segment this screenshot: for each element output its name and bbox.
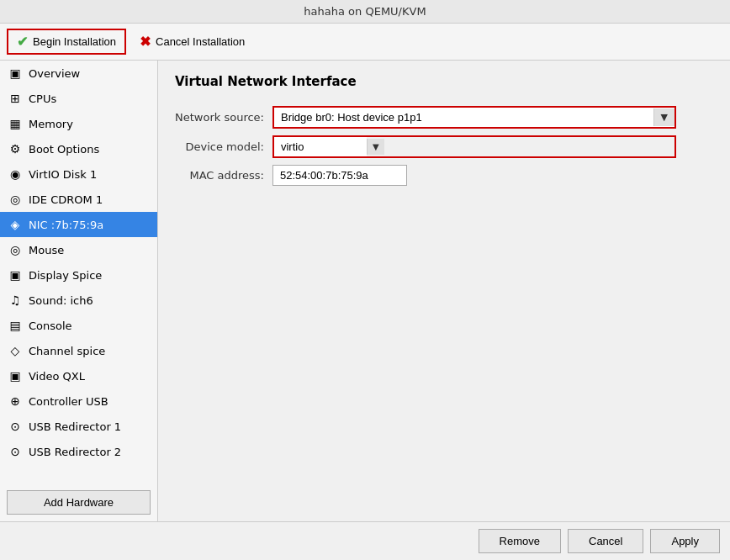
titlebar-text: hahaha on QEMU/KVM (304, 5, 426, 18)
sidebar-item-channel-spice[interactable]: ◇Channel spice (0, 338, 157, 363)
device-model-value: ▼ (272, 132, 676, 161)
content-area: Virtual Network Interface Network source… (158, 61, 730, 521)
sidebar-item-console[interactable]: ▤Console (0, 313, 157, 338)
sidebar-item-label-overview: Overview (29, 67, 80, 80)
device-model-dropdown-button[interactable]: ▼ (367, 139, 384, 155)
cancel-installation-button[interactable]: ✖ Cancel Installation (140, 34, 245, 50)
display-spice-icon: ▣ (7, 267, 24, 283)
begin-installation-label: Begin Installation (33, 35, 116, 48)
usb-redirector-1-icon: ⊙ (7, 418, 24, 435)
memory-icon: ▦ (7, 115, 24, 132)
bottom-bar: Remove Cancel Apply (0, 521, 730, 560)
device-model-row: Device model: ▼ (175, 132, 676, 161)
virtio-disk-icon: ◉ (7, 166, 24, 182)
sidebar-item-ide-cdrom[interactable]: ◎IDE CDROM 1 (0, 187, 157, 212)
sidebar-item-sound[interactable]: ♫Sound: ich6 (0, 288, 157, 313)
begin-installation-button[interactable]: ✔ Begin Installation (7, 29, 126, 55)
network-source-label: Network source: (175, 103, 272, 132)
device-model-input[interactable] (274, 137, 367, 156)
console-icon: ▤ (7, 317, 24, 334)
nic-icon: ◈ (7, 216, 24, 233)
sidebar-item-label-usb-redirector-1: USB Redirector 1 (29, 420, 121, 433)
section-title: Virtual Network Interface (175, 74, 713, 89)
x-icon: ✖ (140, 34, 151, 50)
sidebar-item-label-channel-spice: Channel spice (29, 345, 105, 357)
sidebar-item-label-display-spice: Display Spice (29, 269, 102, 282)
cancel-label: Cancel (589, 535, 622, 547)
add-hardware-label: Add Hardware (44, 496, 114, 509)
cancel-installation-label: Cancel Installation (156, 35, 245, 48)
network-source-value: ▼ (272, 103, 676, 132)
sidebar-item-display-spice[interactable]: ▣Display Spice (0, 262, 157, 288)
mouse-icon: ◎ (7, 241, 24, 258)
mac-address-row: MAC address: (175, 161, 676, 189)
cancel-button[interactable]: Cancel (568, 529, 643, 553)
controller-usb-icon: ⊕ (7, 393, 24, 409)
sidebar-item-nic[interactable]: ◈NIC :7b:75:9a (0, 212, 157, 237)
sidebar-item-label-video-qxl: Video QXL (29, 370, 85, 383)
network-source-dropdown-arrow[interactable]: ▼ (653, 108, 674, 126)
sidebar-item-usb-redirector-1[interactable]: ⊙USB Redirector 1 (0, 414, 157, 439)
titlebar: hahaha on QEMU/KVM (0, 0, 730, 24)
sidebar-item-usb-redirector-2[interactable]: ⊙USB Redirector 2 (0, 439, 157, 464)
apply-label: Apply (671, 535, 699, 547)
network-source-wrapper: ▼ (272, 106, 676, 129)
network-source-input[interactable] (274, 108, 653, 127)
remove-button[interactable]: Remove (479, 529, 561, 553)
sidebar-item-label-mouse: Mouse (29, 244, 64, 256)
apply-button[interactable]: Apply (650, 529, 720, 553)
sidebar-list: ▣Overview⊞CPUs▦Memory⚙Boot Options◉VirtI… (0, 61, 157, 483)
sidebar-item-label-console: Console (29, 320, 72, 332)
mac-address-input[interactable] (272, 165, 407, 186)
add-hardware-button[interactable]: Add Hardware (7, 490, 151, 515)
sidebar: ▣Overview⊞CPUs▦Memory⚙Boot Options◉VirtI… (0, 61, 158, 521)
sidebar-item-label-memory: Memory (29, 118, 73, 130)
sidebar-item-label-ide-cdrom: IDE CDROM 1 (29, 193, 103, 206)
cpus-icon: ⊞ (7, 90, 24, 107)
sidebar-item-controller-usb[interactable]: ⊕Controller USB (0, 388, 157, 414)
sidebar-item-label-sound: Sound: ich6 (29, 294, 93, 307)
sidebar-item-label-controller-usb: Controller USB (29, 395, 108, 408)
overview-icon: ▣ (7, 65, 24, 82)
sidebar-item-label-virtio-disk: VirtIO Disk 1 (29, 168, 97, 181)
device-model-label: Device model: (175, 132, 272, 161)
sidebar-item-video-qxl[interactable]: ▣Video QXL (0, 363, 157, 388)
ide-cdrom-icon: ◎ (7, 191, 24, 208)
device-model-wrapper: ▼ (272, 135, 676, 158)
sidebar-item-overview[interactable]: ▣Overview (0, 61, 157, 86)
sidebar-item-label-boot-options: Boot Options (29, 143, 99, 156)
video-qxl-icon: ▣ (7, 367, 24, 384)
check-icon: ✔ (17, 34, 28, 50)
sidebar-item-cpus[interactable]: ⊞CPUs (0, 86, 157, 111)
boot-options-icon: ⚙ (7, 140, 24, 157)
remove-label: Remove (500, 535, 540, 547)
network-source-row: Network source: ▼ (175, 103, 676, 132)
sidebar-item-mouse[interactable]: ◎Mouse (0, 237, 157, 262)
usb-redirector-2-icon: ⊙ (7, 443, 24, 460)
toolbar: ✔ Begin Installation ✖ Cancel Installati… (0, 24, 730, 61)
channel-spice-icon: ◇ (7, 342, 24, 359)
mac-address-label: MAC address: (175, 161, 272, 189)
form-table: Network source: ▼ Device model: ▼ (175, 103, 676, 189)
main-area: ▣Overview⊞CPUs▦Memory⚙Boot Options◉VirtI… (0, 61, 730, 521)
sound-icon: ♫ (7, 292, 24, 309)
sidebar-item-boot-options[interactable]: ⚙Boot Options (0, 136, 157, 161)
sidebar-item-virtio-disk[interactable]: ◉VirtIO Disk 1 (0, 161, 157, 187)
sidebar-item-label-usb-redirector-2: USB Redirector 2 (29, 446, 121, 458)
sidebar-item-label-nic: NIC :7b:75:9a (29, 219, 103, 231)
sidebar-item-memory[interactable]: ▦Memory (0, 111, 157, 136)
mac-address-value (272, 161, 676, 189)
sidebar-item-label-cpus: CPUs (29, 92, 56, 105)
